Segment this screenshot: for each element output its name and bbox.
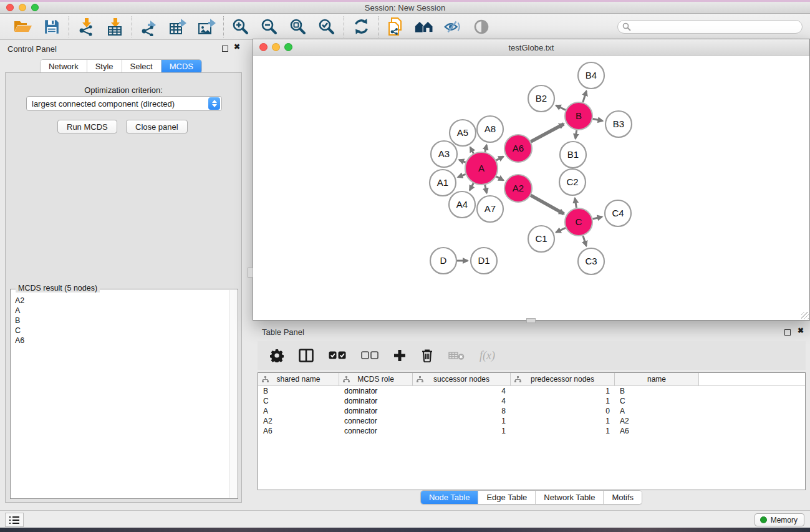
- node-C4[interactable]: C4: [605, 200, 631, 226]
- table-cell[interactable]: 1: [511, 397, 615, 405]
- table-cell[interactable]: C: [258, 397, 339, 405]
- node-B[interactable]: B: [565, 102, 592, 130]
- add-column-icon[interactable]: [393, 349, 406, 362]
- show-graphics-details-icon[interactable]: [472, 17, 491, 36]
- node-A[interactable]: A: [465, 152, 498, 185]
- edge-A-A7[interactable]: [485, 185, 487, 193]
- tab-node-table[interactable]: Node Table: [421, 491, 479, 504]
- result-item[interactable]: B: [12, 316, 228, 326]
- tab-network-table[interactable]: Network Table: [536, 491, 604, 504]
- table-cell[interactable]: dominator: [339, 407, 413, 415]
- node-C1[interactable]: C1: [528, 226, 554, 252]
- tab-network[interactable]: Network: [41, 60, 87, 73]
- run-mcds-button[interactable]: Run MCDS: [57, 120, 117, 133]
- table-cell[interactable]: connector: [339, 427, 413, 435]
- edge-A6-B[interactable]: [531, 124, 564, 142]
- column-header-predecessor-nodes[interactable]: predecessor nodes: [511, 373, 615, 385]
- edge-A-A1[interactable]: [458, 174, 465, 177]
- edge-A2-C[interactable]: [531, 195, 564, 214]
- tab-edge-table[interactable]: Edge Table: [478, 491, 536, 504]
- node-A8[interactable]: A8: [477, 116, 503, 142]
- hide-graphics-details-icon[interactable]: [443, 17, 462, 36]
- edge-C-C4[interactable]: [592, 217, 602, 219]
- zoom-out-icon[interactable]: [260, 17, 279, 36]
- node-B1[interactable]: B1: [560, 142, 586, 168]
- node-C3[interactable]: C3: [578, 248, 604, 274]
- horizontal-splitter-handle[interactable]: [526, 318, 536, 323]
- float-table-panel-icon[interactable]: [784, 329, 791, 336]
- result-item[interactable]: A6: [12, 336, 228, 346]
- column-header-MCDS-role[interactable]: MCDS role: [339, 373, 413, 385]
- table-cell[interactable]: 4: [413, 397, 511, 405]
- edge-B-B1[interactable]: [576, 130, 577, 139]
- node-A5[interactable]: A5: [450, 120, 476, 146]
- result-item[interactable]: A: [12, 306, 228, 316]
- task-history-button[interactable]: [5, 513, 24, 527]
- edge-A-A3[interactable]: [459, 160, 466, 162]
- close-panel-button[interactable]: Close panel: [126, 120, 188, 133]
- export-network-icon[interactable]: [140, 17, 158, 36]
- save-session-icon[interactable]: [42, 17, 61, 36]
- duplicate-network-icon[interactable]: [386, 17, 405, 36]
- table-cell[interactable]: 1: [413, 427, 511, 435]
- resize-handle[interactable]: [801, 312, 809, 319]
- result-item[interactable]: C: [12, 326, 228, 336]
- table-cell[interactable]: A6: [258, 427, 339, 435]
- table-cell[interactable]: C: [615, 397, 699, 405]
- table-cell[interactable]: dominator: [339, 387, 413, 395]
- tab-motifs[interactable]: Motifs: [604, 491, 642, 504]
- node-C2[interactable]: C2: [559, 169, 586, 195]
- import-network-icon[interactable]: [77, 17, 95, 36]
- network-canvas[interactable]: AA1A2A3A4A5A6A7A8BB1B2B3B4CC1C2C3C4DD1: [253, 56, 809, 320]
- table-row[interactable]: Bdominator41B: [258, 386, 805, 396]
- node-D[interactable]: D: [430, 248, 456, 274]
- table-row[interactable]: A2connector11A2: [258, 416, 805, 426]
- edge-A-A5[interactable]: [470, 147, 473, 153]
- close-table-panel-icon[interactable]: ✖: [798, 326, 804, 335]
- table-cell[interactable]: 0: [511, 407, 615, 415]
- edge-C-C1[interactable]: [556, 228, 566, 232]
- table-cell[interactable]: connector: [339, 417, 413, 425]
- search-input[interactable]: [617, 20, 803, 34]
- edge-B-B3[interactable]: [593, 119, 603, 121]
- table-cell[interactable]: 1: [413, 417, 511, 425]
- table-cell[interactable]: A6: [615, 427, 699, 435]
- edge-B-B4[interactable]: [583, 91, 587, 102]
- node-A2[interactable]: A2: [504, 175, 532, 202]
- table-cell[interactable]: A2: [258, 417, 339, 425]
- table-cell[interactable]: 1: [511, 387, 615, 395]
- table-cell[interactable]: 1: [511, 427, 615, 435]
- node-A1[interactable]: A1: [430, 170, 456, 196]
- table-row[interactable]: A6connector11A6: [258, 426, 805, 436]
- edge-A-A4[interactable]: [470, 183, 473, 190]
- node-D1[interactable]: D1: [471, 248, 497, 274]
- node-A6[interactable]: A6: [504, 135, 532, 162]
- tab-mcds[interactable]: MCDS: [162, 60, 201, 73]
- column-header-name[interactable]: name: [615, 373, 699, 385]
- float-panel-icon[interactable]: [222, 46, 228, 52]
- edge-A-A2[interactable]: [496, 177, 504, 180]
- memory-button[interactable]: Memory: [755, 513, 804, 526]
- table-cell[interactable]: dominator: [339, 397, 413, 405]
- edge-A-A8[interactable]: [485, 145, 487, 152]
- zoom-fit-icon[interactable]: [289, 17, 307, 36]
- home-icon[interactable]: [415, 17, 433, 36]
- clear-all-checkboxes-icon[interactable]: [361, 351, 378, 360]
- edge-C-C2[interactable]: [575, 198, 576, 208]
- table-cell[interactable]: 4: [413, 387, 511, 395]
- node-A4[interactable]: A4: [449, 191, 475, 218]
- node-A3[interactable]: A3: [431, 141, 457, 167]
- column-header-shared-name[interactable]: shared name: [258, 373, 339, 385]
- zoom-selected-icon[interactable]: [317, 17, 336, 36]
- column-header-successor-nodes[interactable]: successor nodes: [413, 373, 511, 385]
- table-cell[interactable]: 1: [511, 417, 615, 425]
- import-table-icon[interactable]: [105, 17, 124, 36]
- table-cell[interactable]: A2: [615, 417, 699, 425]
- table-cell[interactable]: B: [615, 387, 699, 395]
- edge-C-C3[interactable]: [583, 236, 586, 246]
- table-cell[interactable]: B: [258, 387, 339, 395]
- vertical-splitter-handle[interactable]: [248, 268, 253, 278]
- edge-B-B2[interactable]: [556, 105, 566, 110]
- table-cell[interactable]: A: [258, 407, 339, 415]
- result-scrollbar[interactable]: [229, 290, 237, 498]
